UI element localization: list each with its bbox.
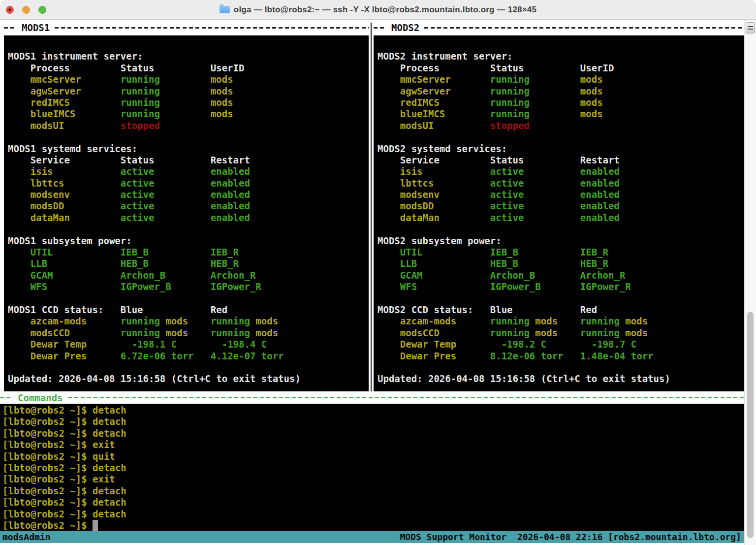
- statusbar-session-name: modsAdmin: [2, 532, 51, 542]
- terminal-line: [8, 131, 369, 143]
- pane-title-mods2: MODS2: [391, 22, 419, 33]
- pane-header-mods2: MODS2: [374, 20, 744, 35]
- commands-shell-pane[interactable]: [lbto@robs2 ~]$ detach[lbto@robs2 ~]$ de…: [0, 404, 744, 531]
- terminal-line: Dewar Pres 8.12e-06 torr 1.48e-04 torr: [378, 351, 744, 362]
- terminal-line: mmcServer running mods: [378, 74, 744, 85]
- terminal-line: MODS2 subsystem power:: [378, 235, 744, 247]
- statusbar-monitor-info: MODS Support Monitor 2026-04-08 22:16 [r…: [400, 532, 741, 542]
- terminal-line: [lbto@robs2 ~]$ detach: [2, 509, 744, 520]
- dash-line: [4, 27, 17, 29]
- terminal-line: WFS IGPower_B IGPower_R: [8, 281, 369, 292]
- terminal-line: [lbto@robs2 ~]$: [2, 520, 744, 531]
- window-title-area: olga — lbto@robs2:~ — ssh -Y -X lbto@rob…: [220, 5, 536, 15]
- pane-divider: [371, 23, 372, 391]
- terminal-line: [8, 293, 369, 304]
- pane-title-mods1: MODS1: [22, 22, 50, 33]
- terminal-line: MODS1 CCD status: Blue Red: [8, 304, 369, 316]
- terminal-line: [378, 293, 744, 304]
- status-bar: modsAdmin MODS Support Monitor 2026-04-0…: [0, 531, 744, 543]
- terminal-line: mmcServer running mods: [8, 74, 369, 85]
- terminal-line: [8, 362, 369, 373]
- terminal-line: blueIMCS running mods: [378, 108, 744, 120]
- terminal-line: WFS IGPower_B IGPower_R: [378, 281, 744, 292]
- terminal-line: UTIL IEB_B IEB_R: [378, 247, 744, 258]
- terminal-line: MODS2 instrument server:: [378, 51, 744, 62]
- terminal-line: [lbto@robs2 ~]$ detach: [2, 428, 744, 439]
- terminal-line: dataMan active enabled: [378, 212, 744, 224]
- terminal-line: redIMCS running mods: [378, 97, 744, 108]
- terminal-line: isis active enabled: [378, 166, 744, 177]
- terminal-line: isis active enabled: [8, 166, 369, 177]
- commands-header: Commands: [0, 391, 744, 404]
- terminal-line: MODS2 systemd services:: [378, 143, 744, 155]
- terminal-line: GCAM Archon_B Archon_R: [8, 270, 369, 281]
- window-title: olga — lbto@robs2:~ — ssh -Y -X lbto@rob…: [234, 5, 536, 15]
- dash-line: [68, 397, 744, 398]
- dash-line: [0, 397, 13, 398]
- terminal-line: modsDD active enabled: [8, 200, 369, 212]
- terminal-line: azcam-mods running mods running mods: [8, 316, 369, 327]
- dash-line: [55, 27, 369, 29]
- terminal-line: [lbto@robs2 ~]$ detach: [2, 497, 744, 508]
- terminal-line: MODS1 instrument server:: [8, 51, 369, 62]
- terminal-line: modsUI stopped: [378, 120, 744, 131]
- terminal-line: Service Status Restart: [8, 155, 369, 166]
- terminal-line: MODS2 CCD status: Blue Red: [378, 304, 744, 316]
- mods2-status-pane: MODS2 instrument server: Process Status …: [374, 35, 744, 391]
- terminal-line: Dewar Temp -198.2 C -198.7 C: [378, 339, 744, 350]
- terminal-line: azcam-mods running mods running mods: [378, 316, 744, 327]
- terminal-line: modsCCD running mods running mods: [378, 327, 744, 339]
- terminal-line: Dewar Pres 6.72e-06 torr 4.12e-07 torr: [8, 351, 369, 362]
- terminal-line: Service Status Restart: [378, 155, 744, 166]
- terminal-line: [lbto@robs2 ~]$ detach: [2, 416, 744, 427]
- minimize-button[interactable]: [22, 6, 30, 14]
- terminal-line: Updated: 2026-04-08 15:16:58 (Ctrl+C to …: [378, 373, 744, 385]
- terminal-area: MODS1 MODS2 MODS1 instrument server: Pro…: [0, 20, 756, 545]
- terminal-line: [lbto@robs2 ~]$ quit: [2, 451, 744, 462]
- terminal-line: lbttcs active enabled: [378, 178, 744, 189]
- terminal-line: modsenv active enabled: [378, 189, 744, 200]
- terminal-line: LLB HEB_B HEB_R: [8, 258, 369, 269]
- terminal-line: lbttcs active enabled: [8, 178, 369, 189]
- terminal-line: [8, 39, 369, 51]
- pane-header-mods1: MODS1: [4, 20, 369, 35]
- terminal-line: [378, 39, 744, 51]
- traffic-lights: [6, 6, 46, 14]
- terminal-line: [lbto@robs2 ~]$ exit: [2, 474, 744, 485]
- terminal-line: modsCCD running mods running mods: [8, 327, 369, 339]
- zoom-button[interactable]: [38, 6, 46, 14]
- terminal-line: Process Status UserID: [378, 63, 744, 74]
- terminal-line: [lbto@robs2 ~]$ detach: [2, 485, 744, 497]
- terminal-line: redIMCS running mods: [8, 97, 369, 108]
- commands-title: Commands: [18, 392, 63, 403]
- terminal-line: [378, 362, 744, 373]
- terminal-line: blueIMCS running mods: [8, 108, 369, 120]
- mods1-status-pane: MODS1 instrument server: Process Status …: [4, 35, 369, 391]
- terminal-line: Dewar Temp -198.1 C -198.4 C: [8, 339, 369, 350]
- scrollbar[interactable]: [744, 20, 756, 545]
- terminal-line: MODS1 systemd services:: [8, 143, 369, 155]
- folder-icon: [220, 6, 230, 13]
- terminal-line: UTIL IEB_B IEB_R: [8, 247, 369, 258]
- terminal-line: Process Status UserID: [8, 63, 369, 74]
- terminal-line: modsenv active enabled: [8, 189, 369, 200]
- terminal-line: [lbto@robs2 ~]$ detach: [2, 462, 744, 474]
- terminal-line: agwServer running mods: [8, 86, 369, 97]
- terminal-line: LLB HEB_B HEB_R: [378, 258, 744, 269]
- dash-line: [374, 27, 386, 29]
- terminal-line: GCAM Archon_B Archon_R: [378, 270, 744, 281]
- terminal-line: [lbto@robs2 ~]$ detach: [2, 405, 744, 416]
- terminal-line: modsUI stopped: [8, 120, 369, 131]
- split-pane-button[interactable]: [746, 22, 755, 33]
- terminal-line: [378, 131, 744, 143]
- terminal-line: Updated: 2026-04-08 15:16:58 (Ctrl+C to …: [8, 373, 369, 385]
- titlebar: olga — lbto@robs2:~ — ssh -Y -X lbto@rob…: [0, 0, 756, 20]
- terminal-line: dataMan active enabled: [8, 212, 369, 224]
- dash-line: [424, 27, 744, 29]
- close-button[interactable]: [6, 6, 14, 14]
- scrollbar-thumb[interactable]: [747, 312, 754, 538]
- terminal-line: [8, 224, 369, 235]
- terminal-line: MODS1 subsystem power:: [8, 235, 369, 247]
- terminal-line: agwServer running mods: [378, 86, 744, 97]
- terminal-line: [378, 224, 744, 235]
